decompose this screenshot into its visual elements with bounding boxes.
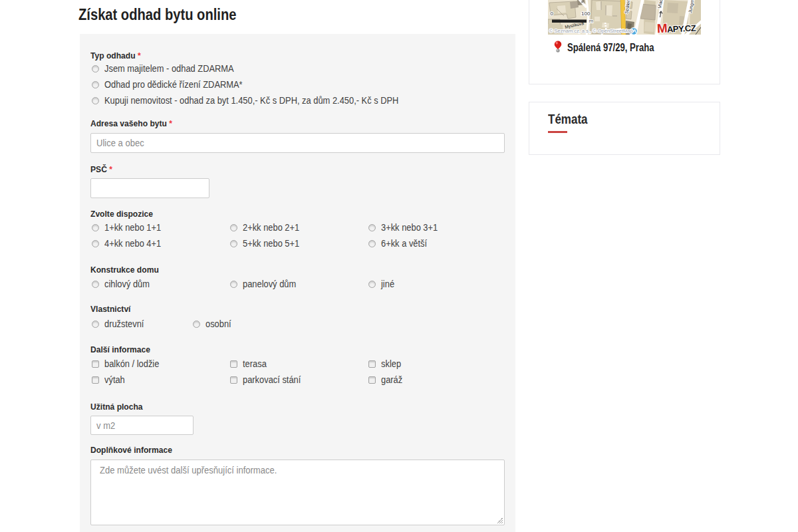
svg-text:© Seznam.cz, a.s., © OpenStree: © Seznam.cz, a.s., © OpenStreetMap: [549, 28, 633, 34]
svg-text:100: 100: [581, 11, 591, 17]
svg-text:m: m: [589, 18, 594, 24]
svg-text:M: M: [656, 21, 668, 35]
svg-text:APY.CZ: APY.CZ: [667, 23, 697, 35]
svg-text:0: 0: [551, 11, 554, 17]
